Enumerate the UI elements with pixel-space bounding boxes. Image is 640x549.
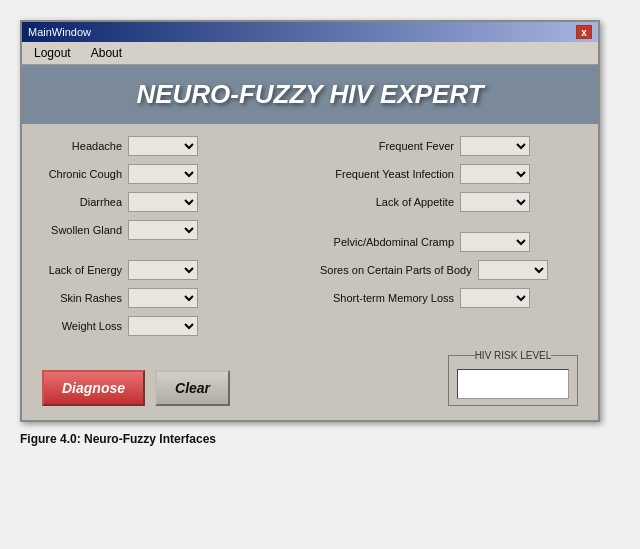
risk-level-value bbox=[457, 369, 569, 399]
symptom-row: Diarrhea bbox=[38, 192, 300, 212]
symptom-grid: Headache Chronic Cough Diarrhea Swollen … bbox=[38, 136, 582, 344]
lack-of-appetite-label: Lack of Appetite bbox=[320, 196, 460, 208]
symptom-row: Short-term Memory Loss bbox=[320, 288, 582, 308]
right-column: Frequent Fever Frequent Yeast Infection … bbox=[310, 136, 582, 344]
frequent-yeast-label: Frequent Yeast Infection bbox=[320, 168, 460, 180]
clear-button[interactable]: Clear bbox=[155, 370, 230, 406]
weight-loss-select[interactable] bbox=[128, 316, 198, 336]
diarrhea-select[interactable] bbox=[128, 192, 198, 212]
swollen-gland-label: Swollen Gland bbox=[38, 224, 128, 236]
figure-caption: Figure 4.0: Neuro-Fuzzy Interfaces bbox=[20, 432, 600, 446]
risk-level-box: HIV RISK LEVEL bbox=[448, 350, 578, 406]
sores-label: Sores on Certain Parts of Body bbox=[320, 264, 478, 276]
window-title: MainWindow bbox=[28, 26, 91, 38]
app-header: NEURO-FUZZY HIV EXPERT bbox=[22, 65, 598, 124]
buttons-group: Diagnose Clear bbox=[42, 370, 230, 406]
diagnose-button[interactable]: Diagnose bbox=[42, 370, 145, 406]
symptom-row: Pelvic/Abdominal Cramp bbox=[320, 232, 582, 252]
memory-loss-select[interactable] bbox=[460, 288, 530, 308]
page-wrapper: MainWindow x Logout About NEURO-FUZZY HI… bbox=[20, 20, 600, 446]
headache-select[interactable] bbox=[128, 136, 198, 156]
risk-level-legend: HIV RISK LEVEL bbox=[475, 350, 552, 361]
menu-bar: Logout About bbox=[22, 42, 598, 65]
symptom-row: Skin Rashes bbox=[38, 288, 300, 308]
skin-rashes-select[interactable] bbox=[128, 288, 198, 308]
symptom-row: Headache bbox=[38, 136, 300, 156]
menu-item-about[interactable]: About bbox=[83, 44, 130, 62]
symptom-row: Frequent Fever bbox=[320, 136, 582, 156]
headache-label: Headache bbox=[38, 140, 128, 152]
symptom-row: Lack of Energy bbox=[38, 260, 300, 280]
close-button[interactable]: x bbox=[576, 25, 592, 39]
frequent-fever-select[interactable] bbox=[460, 136, 530, 156]
skin-rashes-label: Skin Rashes bbox=[38, 292, 128, 304]
symptom-row: Lack of Appetite bbox=[320, 192, 582, 212]
frequent-yeast-select[interactable] bbox=[460, 164, 530, 184]
symptom-row: Sores on Certain Parts of Body bbox=[320, 260, 582, 280]
lack-of-energy-select[interactable] bbox=[128, 260, 198, 280]
chronic-cough-select[interactable] bbox=[128, 164, 198, 184]
lack-of-appetite-select[interactable] bbox=[460, 192, 530, 212]
left-column: Headache Chronic Cough Diarrhea Swollen … bbox=[38, 136, 310, 344]
symptom-row: Swollen Gland bbox=[38, 220, 300, 240]
chronic-cough-label: Chronic Cough bbox=[38, 168, 128, 180]
frequent-fever-label: Frequent Fever bbox=[320, 140, 460, 152]
bottom-area: Diagnose Clear HIV RISK LEVEL bbox=[38, 350, 582, 406]
lack-of-energy-label: Lack of Energy bbox=[38, 264, 128, 276]
window: MainWindow x Logout About NEURO-FUZZY HI… bbox=[20, 20, 600, 422]
weight-loss-label: Weight Loss bbox=[38, 320, 128, 332]
memory-loss-label: Short-term Memory Loss bbox=[320, 292, 460, 304]
symptom-row: Frequent Yeast Infection bbox=[320, 164, 582, 184]
sores-select[interactable] bbox=[478, 260, 548, 280]
pelvic-cramp-select[interactable] bbox=[460, 232, 530, 252]
title-bar: MainWindow x bbox=[22, 22, 598, 42]
swollen-gland-select[interactable] bbox=[128, 220, 198, 240]
pelvic-cramp-label: Pelvic/Abdominal Cramp bbox=[320, 236, 460, 248]
diarrhea-label: Diarrhea bbox=[38, 196, 128, 208]
symptom-row: Chronic Cough bbox=[38, 164, 300, 184]
app-title: NEURO-FUZZY HIV EXPERT bbox=[32, 79, 588, 110]
menu-item-logout[interactable]: Logout bbox=[26, 44, 79, 62]
content-area: Headache Chronic Cough Diarrhea Swollen … bbox=[22, 124, 598, 420]
symptom-row: Weight Loss bbox=[38, 316, 300, 336]
